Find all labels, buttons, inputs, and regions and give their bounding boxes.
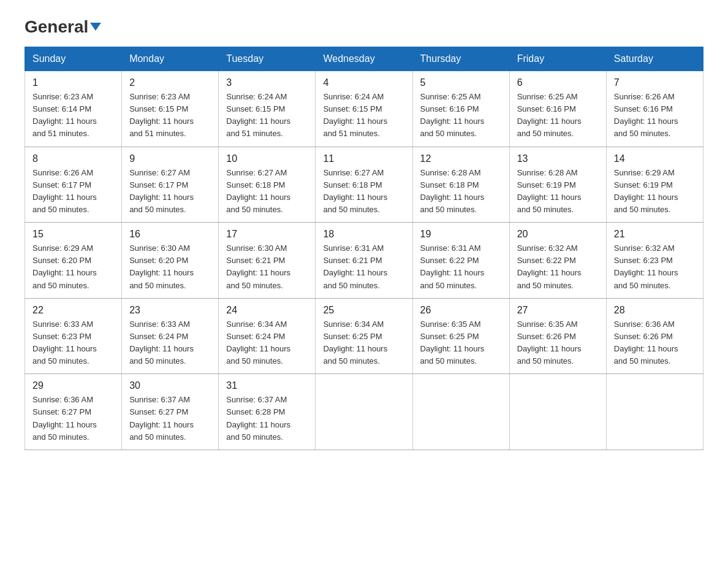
calendar-week-row: 8 Sunrise: 6:26 AMSunset: 6:17 PMDayligh… [25,147,703,223]
day-number: 25 [323,305,404,316]
calendar-cell: 1 Sunrise: 6:23 AMSunset: 6:14 PMDayligh… [25,71,122,147]
calendar-cell: 31 Sunrise: 6:37 AMSunset: 6:28 PMDaylig… [219,374,316,450]
day-info: Sunrise: 6:23 AMSunset: 6:14 PMDaylight:… [32,91,114,140]
day-info: Sunrise: 6:36 AMSunset: 6:26 PMDaylight:… [614,318,696,368]
day-info: Sunrise: 6:27 AMSunset: 6:17 PMDaylight:… [129,167,211,216]
page-header: General [25,18,703,34]
day-number: 18 [323,229,404,240]
day-number: 31 [226,380,308,391]
calendar-cell [606,374,703,450]
day-info: Sunrise: 6:24 AMSunset: 6:15 PMDaylight:… [323,91,404,140]
calendar-cell: 10 Sunrise: 6:27 AMSunset: 6:18 PMDaylig… [219,147,316,223]
day-info: Sunrise: 6:27 AMSunset: 6:18 PMDaylight:… [226,167,308,216]
day-number: 27 [517,305,599,316]
calendar-cell: 22 Sunrise: 6:33 AMSunset: 6:23 PMDaylig… [25,298,122,374]
day-info: Sunrise: 6:32 AMSunset: 6:23 PMDaylight:… [614,242,696,292]
day-number: 2 [129,77,211,88]
day-info: Sunrise: 6:36 AMSunset: 6:27 PMDaylight:… [32,394,114,443]
day-info: Sunrise: 6:25 AMSunset: 6:16 PMDaylight:… [517,91,599,140]
day-info: Sunrise: 6:25 AMSunset: 6:16 PMDaylight:… [420,91,502,140]
day-info: Sunrise: 6:34 AMSunset: 6:24 PMDaylight:… [226,318,308,368]
day-info: Sunrise: 6:34 AMSunset: 6:25 PMDaylight:… [323,318,404,368]
calendar-cell: 6 Sunrise: 6:25 AMSunset: 6:16 PMDayligh… [509,71,606,147]
calendar-cell: 12 Sunrise: 6:28 AMSunset: 6:18 PMDaylig… [412,147,509,223]
day-info: Sunrise: 6:35 AMSunset: 6:25 PMDaylight:… [420,318,502,368]
day-header-thursday: Thursday [412,47,509,71]
day-info: Sunrise: 6:33 AMSunset: 6:23 PMDaylight:… [32,318,114,368]
day-number: 19 [420,229,502,240]
day-number: 9 [129,153,211,164]
day-number: 17 [226,229,308,240]
day-number: 30 [129,380,211,391]
day-header-sunday: Sunday [25,47,122,71]
calendar-cell: 14 Sunrise: 6:29 AMSunset: 6:19 PMDaylig… [606,147,703,223]
calendar-cell: 3 Sunrise: 6:24 AMSunset: 6:15 PMDayligh… [219,71,316,147]
day-info: Sunrise: 6:37 AMSunset: 6:27 PMDaylight:… [129,394,211,443]
calendar-cell: 23 Sunrise: 6:33 AMSunset: 6:24 PMDaylig… [122,298,219,374]
calendar-table: SundayMondayTuesdayWednesdayThursdayFrid… [25,47,703,450]
calendar-cell: 8 Sunrise: 6:26 AMSunset: 6:17 PMDayligh… [25,147,122,223]
day-info: Sunrise: 6:23 AMSunset: 6:15 PMDaylight:… [129,91,211,140]
day-number: 7 [614,77,696,88]
day-info: Sunrise: 6:35 AMSunset: 6:26 PMDaylight:… [517,318,599,368]
day-number: 3 [226,77,308,88]
day-number: 29 [32,380,114,391]
day-header-friday: Friday [509,47,606,71]
day-number: 23 [129,305,211,316]
day-number: 14 [614,153,696,164]
day-number: 22 [32,305,114,316]
calendar-cell: 16 Sunrise: 6:30 AMSunset: 6:20 PMDaylig… [122,223,219,299]
day-header-monday: Monday [122,47,219,71]
day-info: Sunrise: 6:26 AMSunset: 6:16 PMDaylight:… [614,91,696,140]
day-number: 13 [517,153,599,164]
calendar-week-row: 29 Sunrise: 6:36 AMSunset: 6:27 PMDaylig… [25,374,703,450]
calendar-week-row: 1 Sunrise: 6:23 AMSunset: 6:14 PMDayligh… [25,71,703,147]
calendar-week-row: 15 Sunrise: 6:29 AMSunset: 6:20 PMDaylig… [25,223,703,299]
day-info: Sunrise: 6:27 AMSunset: 6:18 PMDaylight:… [323,167,404,216]
calendar-cell: 4 Sunrise: 6:24 AMSunset: 6:15 PMDayligh… [316,71,412,147]
day-number: 21 [614,229,696,240]
day-header-wednesday: Wednesday [316,47,412,71]
calendar-cell [412,374,509,450]
day-info: Sunrise: 6:24 AMSunset: 6:15 PMDaylight:… [226,91,308,140]
calendar-cell: 19 Sunrise: 6:31 AMSunset: 6:22 PMDaylig… [412,223,509,299]
day-info: Sunrise: 6:29 AMSunset: 6:20 PMDaylight:… [32,242,114,292]
day-header-tuesday: Tuesday [219,47,316,71]
calendar-cell [316,374,412,450]
calendar-cell: 30 Sunrise: 6:37 AMSunset: 6:27 PMDaylig… [122,374,219,450]
day-info: Sunrise: 6:37 AMSunset: 6:28 PMDaylight:… [226,394,308,443]
day-number: 24 [226,305,308,316]
day-info: Sunrise: 6:31 AMSunset: 6:22 PMDaylight:… [420,242,502,292]
logo-triangle-icon [90,23,101,31]
day-info: Sunrise: 6:30 AMSunset: 6:21 PMDaylight:… [226,242,308,292]
day-number: 26 [420,305,502,316]
day-info: Sunrise: 6:26 AMSunset: 6:17 PMDaylight:… [32,167,114,216]
calendar-week-row: 22 Sunrise: 6:33 AMSunset: 6:23 PMDaylig… [25,298,703,374]
day-number: 1 [32,77,114,88]
logo: General [25,18,101,34]
day-info: Sunrise: 6:31 AMSunset: 6:21 PMDaylight:… [323,242,404,292]
day-info: Sunrise: 6:28 AMSunset: 6:19 PMDaylight:… [517,167,599,216]
calendar-cell: 25 Sunrise: 6:34 AMSunset: 6:25 PMDaylig… [316,298,412,374]
calendar-cell: 5 Sunrise: 6:25 AMSunset: 6:16 PMDayligh… [412,71,509,147]
day-info: Sunrise: 6:33 AMSunset: 6:24 PMDaylight:… [129,318,211,368]
calendar-cell: 29 Sunrise: 6:36 AMSunset: 6:27 PMDaylig… [25,374,122,450]
calendar-cell: 18 Sunrise: 6:31 AMSunset: 6:21 PMDaylig… [316,223,412,299]
day-number: 4 [323,77,404,88]
calendar-cell: 7 Sunrise: 6:26 AMSunset: 6:16 PMDayligh… [606,71,703,147]
calendar-cell: 28 Sunrise: 6:36 AMSunset: 6:26 PMDaylig… [606,298,703,374]
day-info: Sunrise: 6:30 AMSunset: 6:20 PMDaylight:… [129,242,211,292]
day-number: 11 [323,153,404,164]
calendar-cell: 9 Sunrise: 6:27 AMSunset: 6:17 PMDayligh… [122,147,219,223]
day-number: 20 [517,229,599,240]
day-number: 28 [614,305,696,316]
calendar-cell: 24 Sunrise: 6:34 AMSunset: 6:24 PMDaylig… [219,298,316,374]
calendar-cell: 26 Sunrise: 6:35 AMSunset: 6:25 PMDaylig… [412,298,509,374]
day-number: 10 [226,153,308,164]
day-number: 8 [32,153,114,164]
calendar-cell: 13 Sunrise: 6:28 AMSunset: 6:19 PMDaylig… [509,147,606,223]
day-number: 12 [420,153,502,164]
calendar-cell: 17 Sunrise: 6:30 AMSunset: 6:21 PMDaylig… [219,223,316,299]
day-number: 6 [517,77,599,88]
calendar-header-row: SundayMondayTuesdayWednesdayThursdayFrid… [25,47,703,71]
